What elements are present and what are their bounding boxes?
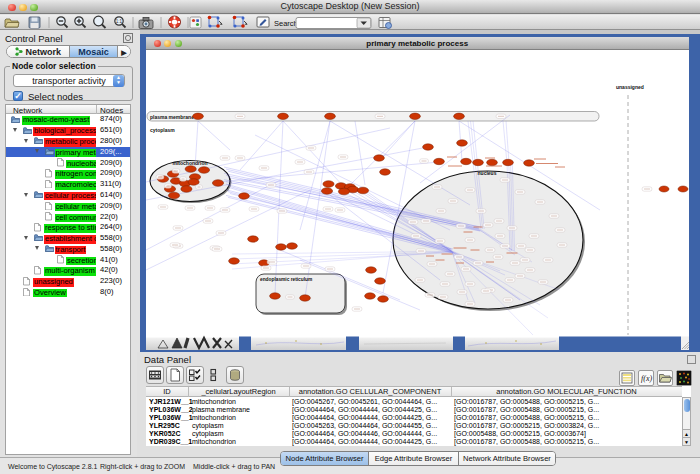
svg-text:plasma membrane: plasma membrane bbox=[150, 114, 194, 120]
svg-text:f(x): f(x) bbox=[641, 374, 652, 383]
svg-text:mitochondrion: mitochondrion bbox=[172, 160, 207, 166]
svg-text:1:1: 1:1 bbox=[116, 19, 123, 24]
svg-text:endoplasmic reticulum: endoplasmic reticulum bbox=[260, 277, 312, 282]
svg-text:unassigned: unassigned bbox=[616, 84, 644, 90]
svg-text:cytoplasm: cytoplasm bbox=[150, 127, 175, 133]
svg-text:nucleus: nucleus bbox=[477, 170, 496, 176]
